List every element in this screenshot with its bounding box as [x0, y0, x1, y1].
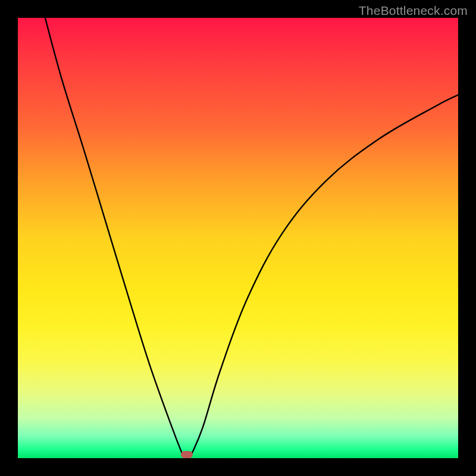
chart-frame: TheBottleneck.com [0, 0, 476, 476]
vertex-marker [181, 451, 193, 458]
right-branch-path [192, 95, 458, 454]
plot-area [18, 18, 458, 458]
left-branch-path [45, 18, 183, 455]
curve-layer [18, 18, 458, 458]
watermark-text: TheBottleneck.com [359, 4, 468, 18]
